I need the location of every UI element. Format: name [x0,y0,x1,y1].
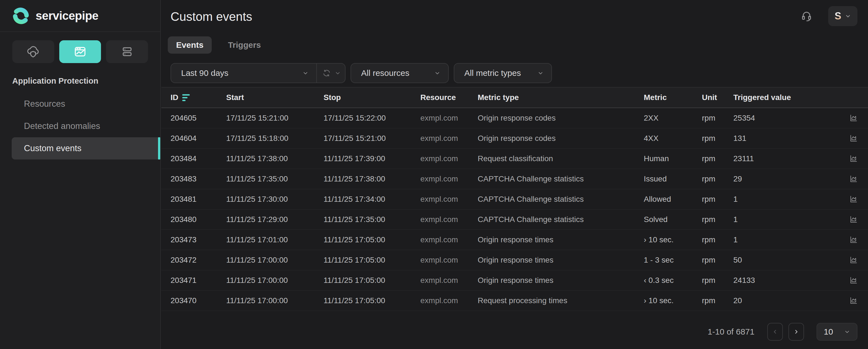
chart-icon [849,174,858,183]
table-row[interactable]: 204605 17/11/25 15:21:00 17/11/25 15:22:… [161,108,868,128]
auto-refresh-control[interactable] [316,64,345,82]
date-range-value: Last 90 days [181,68,302,78]
column-header-id[interactable]: ID [170,93,226,102]
cell-metric-type: Origin response times [478,235,644,244]
table-row[interactable]: 203481 11/11/25 17:30:00 11/11/25 17:34:… [161,189,868,210]
cell-resource: exmpl.com [421,256,478,265]
cell-metric-type: Request processing times [478,296,644,305]
table-row[interactable]: 203483 11/11/25 17:35:00 11/11/25 17:38:… [161,169,868,189]
view-chart-button[interactable] [849,195,858,204]
cell-unit: rpm [702,174,733,183]
view-chart-button[interactable] [849,296,858,305]
view-chart-button[interactable] [849,235,858,244]
nav-cloud-protection-button[interactable] [12,40,54,63]
cell-metric: › 10 sec. [644,296,702,305]
next-page-button[interactable] [788,323,804,341]
app-protection-icon [73,44,87,59]
page-size-select[interactable]: 10 [816,323,858,341]
view-chart-button[interactable] [849,134,858,143]
table-row[interactable]: 204604 17/11/25 15:18:00 17/11/25 15:21:… [161,128,868,149]
pagination: 1-10 of 6871 10 [708,323,858,341]
cell-stop: 11/11/25 17:05:00 [323,256,421,265]
table-row[interactable]: 203480 11/11/25 17:29:00 11/11/25 17:35:… [161,210,868,230]
nav-infrastructure-button[interactable] [106,40,148,63]
view-chart-button[interactable] [849,256,858,265]
logo: servicepipe [0,0,160,32]
table-row[interactable]: 203470 11/11/25 17:00:00 11/11/25 17:05:… [161,291,868,311]
cell-chart [808,215,860,224]
refresh-icon [321,68,332,78]
cell-unit: rpm [702,276,733,285]
cell-stop: 11/11/25 17:39:00 [323,154,421,163]
view-chart-button[interactable] [849,114,858,123]
cell-chart [808,235,860,244]
nav-application-protection-button[interactable] [59,40,101,63]
table-row[interactable]: 203472 11/11/25 17:00:00 11/11/25 17:05:… [161,250,868,270]
tab-triggers[interactable]: Triggers [219,36,269,54]
chart-icon [849,134,858,143]
column-header-unit: Unit [702,93,733,102]
sidebar-item-resources[interactable]: Resources [0,93,160,115]
resources-filter-select[interactable]: All resources [350,63,449,83]
metric-types-filter-value: All metric types [464,68,537,78]
support-button[interactable] [800,9,813,23]
cell-resource: exmpl.com [421,174,478,183]
cell-resource: exmpl.com [421,134,478,143]
cell-triggered-value: 1 [733,215,808,224]
cell-resource: exmpl.com [421,296,478,305]
cell-resource: exmpl.com [421,195,478,204]
cell-triggered-value: 1 [733,195,808,204]
table-header-row: ID Start Stop Resource Metric type Metri… [161,87,868,108]
servicepipe-logo-icon [11,6,31,26]
previous-page-button[interactable] [767,323,783,341]
cell-stop: 11/11/25 17:34:00 [323,195,421,204]
cell-unit: rpm [702,134,733,143]
cell-stop: 11/11/25 17:05:00 [323,296,421,305]
table-row[interactable]: 203484 11/11/25 17:38:00 11/11/25 17:39:… [161,149,868,169]
cell-metric: Solved [644,215,702,224]
chevron-down-icon [434,70,440,76]
cell-triggered-value: 25354 [733,114,808,123]
cell-unit: rpm [702,215,733,224]
cell-chart [808,276,860,285]
view-chart-button[interactable] [849,154,858,163]
infrastructure-icon [120,44,134,59]
cell-chart [808,154,860,163]
cell-stop: 11/11/25 17:38:00 [323,174,421,183]
cell-unit: rpm [702,235,733,244]
chart-icon [849,235,858,244]
cell-metric: 2XX [644,114,702,123]
cell-metric-type: Origin response times [478,276,644,285]
cell-triggered-value: 23111 [733,154,808,163]
chart-icon [849,276,858,285]
cell-start: 17/11/25 15:21:00 [226,114,323,123]
view-chart-button[interactable] [849,276,858,285]
table-row[interactable]: 203473 11/11/25 17:01:00 11/11/25 17:05:… [161,230,868,250]
pagination-range-label: 1-10 of 6871 [708,327,754,337]
chart-icon [849,215,858,224]
metric-types-filter-select[interactable]: All metric types [454,63,552,83]
cell-resource: exmpl.com [421,276,478,285]
sidebar-item-detected-anomalies[interactable]: Detected anomalies [0,115,160,137]
cell-start: 11/11/25 17:29:00 [226,215,323,224]
cell-start: 11/11/25 17:01:00 [226,235,323,244]
view-chart-button[interactable] [849,215,858,224]
cell-stop: 17/11/25 15:22:00 [323,114,421,123]
cell-metric-type: CAPTCHA Challenge statistics [478,195,644,204]
sidebar-item-custom-events[interactable]: Custom events [12,137,160,160]
cell-id: 204604 [170,134,226,143]
cell-resource: exmpl.com [421,235,478,244]
view-chart-button[interactable] [849,174,858,183]
cell-chart [808,296,860,305]
column-header-metric: Metric [644,93,702,102]
cell-triggered-value: 1 [733,235,808,244]
page-title: Custom events [170,10,868,23]
date-range-select[interactable]: Last 90 days [171,64,316,82]
chart-icon [849,256,858,265]
cell-id: 203473 [170,235,226,244]
tab-events[interactable]: Events [168,36,212,54]
user-menu-button[interactable]: S [828,6,858,26]
table-row[interactable]: 203471 11/11/25 17:00:00 11/11/25 17:05:… [161,270,868,291]
cell-metric: 1 - 3 sec [644,256,702,265]
column-header-triggered-value: Triggered value [733,93,808,102]
